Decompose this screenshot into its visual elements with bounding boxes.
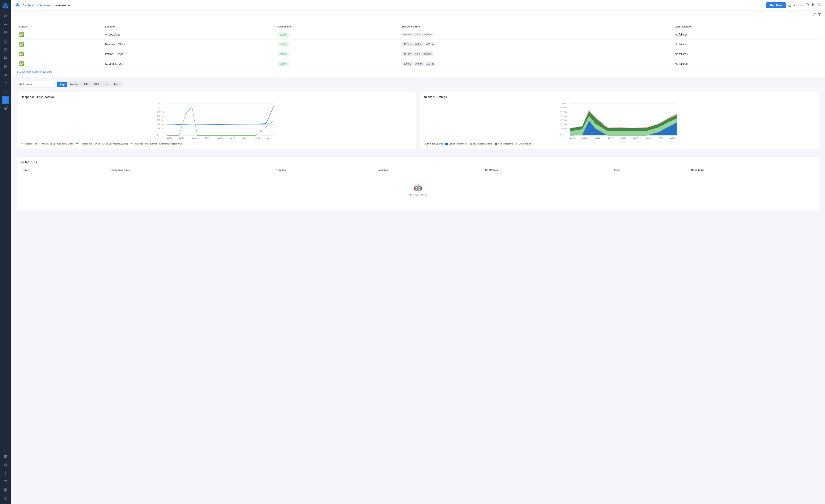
table-row: ✅Bengaluru Office100%461 ms468 ms466 msN…	[17, 39, 819, 49]
response-chart-legend: Response Time - syntheti...n.name=Bengal…	[21, 143, 412, 145]
toolbar2	[11, 11, 825, 20]
metric-tab-p95[interactable]: P95	[92, 82, 101, 87]
breadcrumb-synthetics[interactable]: Synthetics	[22, 4, 36, 7]
legend-item: Response Time - syntheti...n.name=Bengal…	[21, 143, 73, 145]
metric-tab-median[interactable]: Median	[68, 82, 81, 87]
legend-label: Time to first byte	[498, 143, 513, 145]
svg-line-56	[815, 13, 815, 14]
no-data-container: 🤖 No Failed Runs	[23, 176, 813, 204]
svg-text:1000 ms: 1000 ms	[157, 111, 165, 113]
sidebar-item-list[interactable]	[2, 79, 9, 87]
sidebar-item-apps[interactable]	[2, 29, 9, 37]
sidebar-item-alerts[interactable]	[2, 46, 9, 54]
sidebar-item-reports[interactable]	[2, 63, 9, 70]
no-data-text: No Failed Runs	[31, 193, 805, 197]
status-table: Status Location Availability Response Ti…	[17, 24, 819, 69]
metric-tab-avg[interactable]: Avg	[57, 82, 67, 87]
time-range-label: Last 2 hr	[793, 4, 803, 7]
legend-color	[424, 143, 426, 145]
failed-col-header: Timings	[274, 167, 375, 173]
svg-text:00:30: 00:30	[659, 137, 663, 139]
availability-cell: 100%	[276, 49, 400, 59]
refresh-icon[interactable]	[806, 3, 809, 7]
legend-color	[131, 143, 133, 144]
expand-icon[interactable]	[812, 13, 816, 17]
svg-text:23:15: 23:15	[192, 137, 197, 139]
svg-text:700 ms: 700 ms	[560, 102, 567, 105]
split-view-icon[interactable]	[818, 13, 821, 17]
svg-text:300 ms: 300 ms	[560, 119, 567, 121]
response-time-cell: 328 ms1.1 s465 ms	[400, 30, 673, 39]
help-icon[interactable]	[818, 3, 821, 7]
failed-col-header: HTTP Code	[483, 167, 612, 173]
breadcrumb-sematext[interactable]: Sematext	[39, 4, 51, 7]
svg-point-7	[4, 15, 6, 17]
availability-badge: 100%	[278, 62, 289, 66]
legend-label: Download time	[519, 143, 533, 145]
response-time-badge: 328 ms	[402, 33, 413, 36]
sidebar-item-users[interactable]	[2, 478, 9, 485]
col-header-location: Location	[103, 24, 276, 30]
svg-text:23:30: 23:30	[205, 137, 210, 139]
legend-label: TLS handshake time	[473, 143, 492, 145]
sidebar-item-chart[interactable]	[2, 71, 9, 79]
legend-color	[76, 143, 78, 144]
legend-color	[445, 143, 448, 145]
svg-text:100 ms: 100 ms	[560, 127, 567, 130]
sidebar-item-gift[interactable]	[2, 452, 9, 460]
sidebar-item-bug[interactable]	[2, 105, 9, 112]
metric-tab-max[interactable]: Max	[111, 82, 122, 87]
legend-item: Response Time - syntheti...n.name=N. Vir…	[131, 143, 182, 145]
response-time-badge: 406 ms	[422, 52, 433, 56]
time-range[interactable]: Last 2 hr	[788, 4, 803, 7]
last-failed-cell: No failures	[673, 49, 819, 59]
col-header-availability: Availability	[276, 24, 400, 30]
sidebar-item-monitoring[interactable]	[2, 21, 9, 28]
sidebar-item-help[interactable]	[2, 469, 9, 477]
availability-badge: 100%	[278, 52, 289, 56]
failed-col-header: Response Time	[109, 167, 274, 173]
sidebar-item-global[interactable]	[2, 494, 9, 502]
sidebar-item-globe[interactable]	[2, 37, 9, 45]
sidebar-item-flag[interactable]	[2, 54, 9, 62]
app-logo	[15, 2, 20, 9]
status-icon: ✅	[19, 42, 24, 47]
location-cell: Ireland, Europe	[103, 49, 276, 59]
legend-item: Time to first byte	[495, 143, 513, 145]
sidebar-item-search[interactable]	[2, 12, 9, 20]
sidebar-item-synthetics[interactable]	[2, 96, 9, 104]
status-icon: ✅	[19, 52, 24, 56]
last-failed-cell: No failures	[673, 59, 819, 69]
sidebar-logo[interactable]	[2, 2, 9, 10]
svg-rect-9	[6, 31, 7, 32]
run-now-button[interactable]: Run Now	[766, 2, 786, 8]
ssl-notice: SSL certificate expires in 228 days	[17, 70, 819, 73]
sidebar-item-integration[interactable]	[2, 88, 9, 95]
legend-color	[21, 143, 23, 144]
svg-line-57	[813, 15, 814, 16]
sidebar-item-settings[interactable]	[2, 486, 9, 494]
sidebar-item-bell[interactable]	[2, 461, 9, 469]
chart-section: All Locations AvgMedianP99P95MinMax Resp…	[11, 77, 825, 153]
svg-text:00:15: 00:15	[243, 137, 248, 139]
location-select[interactable]: All Locations	[17, 81, 55, 87]
svg-rect-34	[4, 99, 7, 101]
availability-badge: 100%	[278, 32, 289, 37]
metric-tab-p99[interactable]: P99	[82, 82, 91, 87]
pause-icon[interactable]	[812, 3, 815, 7]
location-cell: Bengaluru Office	[103, 39, 276, 49]
legend-item: TLS handshake time	[470, 143, 492, 145]
location-cell: All Locations	[103, 30, 276, 39]
last-failed-cell: No failures	[673, 30, 819, 39]
sidebar	[0, 0, 11, 504]
svg-text:400 ms: 400 ms	[157, 123, 164, 125]
metric-tab-min[interactable]: Min	[102, 82, 111, 87]
response-time-badge: 100 ms	[425, 62, 435, 66]
response-time-badge: 466 ms	[425, 43, 435, 46]
failed-runs-title: Failed runs	[21, 161, 815, 164]
svg-point-29	[6, 90, 7, 91]
col-header-last-failed: Last Failed At	[673, 24, 819, 30]
failed-col-header: Error	[612, 167, 689, 173]
breadcrumb-current: sematext.com	[55, 4, 72, 7]
breadcrumb-sep2: ›	[52, 4, 53, 7]
